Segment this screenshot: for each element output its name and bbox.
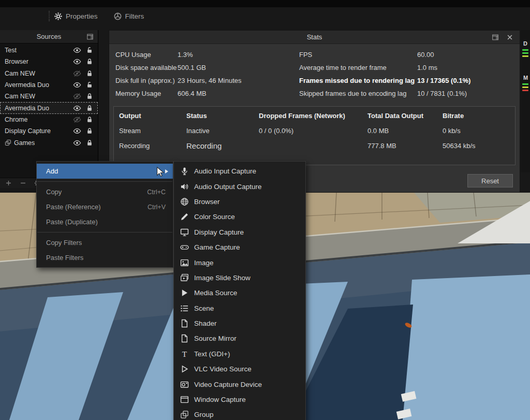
eye-icon[interactable] bbox=[73, 46, 81, 54]
menu-separator bbox=[37, 181, 172, 182]
stat-value: 1.3% bbox=[178, 51, 193, 59]
menu-item[interactable]: Paste (Reference)Ctrl+V bbox=[37, 199, 173, 214]
unlock-icon[interactable] bbox=[86, 47, 93, 54]
stat-value: 1.0 ms bbox=[417, 64, 437, 71]
gear-icon bbox=[54, 12, 63, 21]
meter-bar bbox=[522, 52, 528, 54]
menu-item[interactable]: Paste Filters bbox=[37, 250, 173, 265]
stat-row: Disk full in (approx.)23 Hours, 46 Minut… bbox=[115, 74, 299, 87]
submenu-item[interactable]: Display Capture bbox=[174, 225, 305, 240]
eye-icon[interactable] bbox=[73, 57, 81, 66]
source-row[interactable]: Games bbox=[0, 137, 98, 148]
svg-text:T: T bbox=[182, 350, 187, 358]
submenu-item[interactable]: Color Source bbox=[174, 209, 305, 224]
source-row[interactable]: Test bbox=[0, 45, 98, 56]
lock-icon[interactable] bbox=[86, 93, 93, 100]
eye-icon[interactable] bbox=[73, 81, 81, 89]
source-row[interactable]: Cam NEW bbox=[0, 91, 98, 102]
lock-icon[interactable] bbox=[86, 116, 93, 123]
eye-off-icon[interactable] bbox=[73, 92, 81, 100]
dock-icon[interactable] bbox=[492, 34, 499, 41]
submenu-item-label: Game Capture bbox=[194, 243, 240, 251]
submenu-item[interactable]: Audio Output Capture bbox=[174, 179, 305, 194]
lock-icon[interactable] bbox=[86, 127, 93, 135]
stat-value: 10 / 7831 (0.1%) bbox=[417, 90, 467, 97]
source-label: Chrome bbox=[5, 116, 27, 123]
submenu-item[interactable]: Image bbox=[174, 255, 305, 270]
submenu-item-label: Scene bbox=[194, 305, 214, 312]
submenu-item[interactable]: Audio Input Capture bbox=[174, 164, 305, 179]
properties-button[interactable]: Properties bbox=[54, 12, 98, 21]
meter-bar bbox=[522, 49, 528, 51]
sources-dock-header[interactable]: Sources bbox=[0, 30, 98, 44]
source-row[interactable]: Cam NEW bbox=[0, 68, 98, 79]
table-cell: Recording bbox=[119, 142, 186, 150]
lock-icon[interactable] bbox=[86, 105, 93, 112]
table-cell: 50634 kb/s bbox=[443, 142, 510, 150]
submenu-item[interactable]: Group bbox=[174, 407, 305, 420]
filters-button[interactable]: Filters bbox=[113, 12, 144, 21]
eye-icon[interactable] bbox=[73, 139, 81, 147]
column-header: Dropped Frames (Network) bbox=[259, 112, 367, 120]
submenu-item[interactable]: Browser bbox=[174, 194, 305, 209]
column-header: Output bbox=[119, 112, 186, 120]
source-row[interactable]: Browser bbox=[0, 56, 98, 67]
stat-value: 13 / 17365 (0.1%) bbox=[417, 77, 470, 84]
source-row[interactable]: Display Capture bbox=[0, 125, 98, 137]
stat-value: 606.4 MB bbox=[178, 90, 207, 97]
menu-item-label: Paste (Duplicate) bbox=[46, 218, 98, 226]
stat-label: FPS bbox=[299, 51, 417, 59]
reset-button[interactable]: Reset bbox=[467, 174, 513, 187]
submenu-item-label: Source Mirror bbox=[194, 335, 237, 342]
source-row[interactable]: Avermedia Duo bbox=[0, 79, 98, 91]
menu-item[interactable]: CopyCtrl+C bbox=[37, 184, 173, 199]
submenu-item[interactable]: Window Capture bbox=[174, 392, 305, 407]
eye-off-icon[interactable] bbox=[73, 115, 81, 124]
source-label: Cam NEW bbox=[5, 70, 35, 77]
submenu-item[interactable]: Shader bbox=[174, 316, 305, 331]
sources-list: TestBrowserCam NEWAvermedia DuoCam NEWAv… bbox=[0, 44, 98, 178]
submenu-item[interactable]: Scene bbox=[174, 301, 305, 316]
submenu-item[interactable]: TText (GDI+) bbox=[174, 346, 305, 361]
unlock-icon[interactable] bbox=[86, 81, 93, 89]
dock-grip bbox=[49, 11, 51, 21]
source-label: Avermedia Duo bbox=[5, 81, 49, 89]
lock-icon[interactable] bbox=[86, 70, 93, 77]
stats-titlebar[interactable]: Stats bbox=[109, 31, 520, 44]
mouse-cursor bbox=[155, 166, 166, 178]
submenu-item[interactable]: Video Capture Device bbox=[174, 376, 305, 392]
eye-off-icon[interactable] bbox=[73, 69, 81, 78]
plus-icon[interactable] bbox=[5, 180, 12, 186]
menu-item-label: Add bbox=[46, 167, 58, 175]
menu-item[interactable]: Copy Filters bbox=[37, 235, 173, 250]
column-header: Bitrate bbox=[443, 112, 510, 120]
source-row[interactable]: Avermedia Duo bbox=[0, 102, 98, 113]
submenu-item[interactable]: Image Slide Show bbox=[174, 270, 305, 285]
lock-icon[interactable] bbox=[86, 58, 93, 65]
menu-item-label: Paste Filters bbox=[46, 254, 83, 262]
gamepad-icon bbox=[180, 243, 189, 252]
eye-icon[interactable] bbox=[73, 127, 81, 135]
submenu-item[interactable]: Media Source bbox=[174, 285, 305, 300]
lock-icon[interactable] bbox=[86, 139, 93, 147]
source-row[interactable]: Chrome bbox=[0, 114, 98, 125]
table-cell: Inactive bbox=[186, 127, 259, 135]
dock-icon[interactable] bbox=[86, 33, 94, 40]
close-icon[interactable] bbox=[506, 34, 513, 41]
properties-label: Properties bbox=[66, 12, 98, 20]
window-icon bbox=[180, 395, 189, 404]
stat-value: 60.00 bbox=[417, 51, 434, 59]
menu-item[interactable]: Paste (Duplicate) bbox=[37, 214, 173, 229]
menu-item[interactable]: Add bbox=[37, 164, 173, 179]
source-label: Test bbox=[5, 47, 17, 54]
stat-label: Average time to render frame bbox=[299, 64, 417, 71]
stat-label: CPU Usage bbox=[115, 51, 178, 59]
minus-icon[interactable] bbox=[20, 180, 26, 186]
submenu-item[interactable]: VLC Video Source bbox=[174, 361, 305, 376]
submenu-item[interactable]: Source Mirror bbox=[174, 331, 305, 346]
output-table-row: RecordingRecording777.8 MB50634 kb/s bbox=[114, 138, 515, 153]
submenu-item[interactable]: Game Capture bbox=[174, 240, 305, 255]
eye-icon[interactable] bbox=[73, 104, 81, 112]
stat-row: Skipped frames due to encoding lag10 / 7… bbox=[299, 87, 520, 100]
table-cell: 0 / 0 (0.0%) bbox=[259, 127, 367, 135]
